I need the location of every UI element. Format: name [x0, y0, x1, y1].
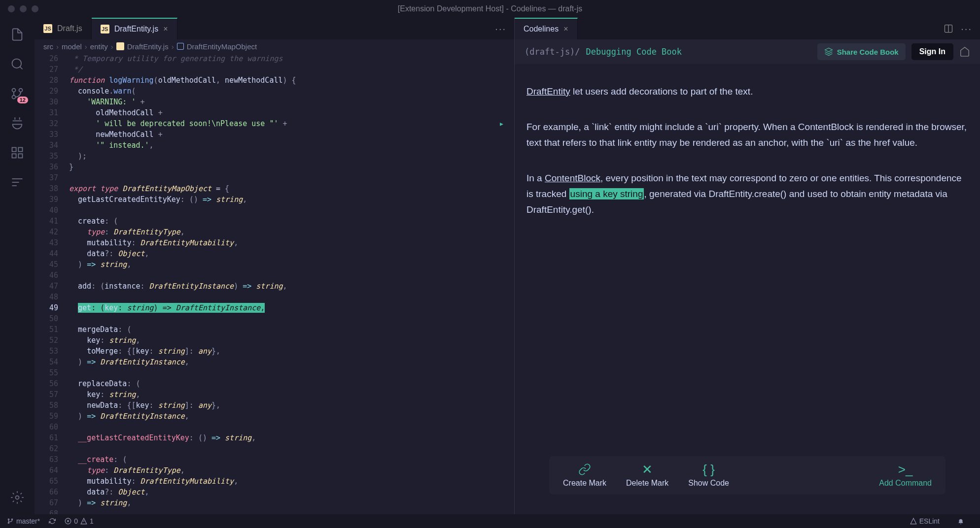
- action-label: Create Mark: [563, 479, 606, 488]
- breadcrumbs[interactable]: src › model › entity › DraftEntity.js › …: [35, 39, 514, 53]
- action-label: Delete Mark: [626, 479, 668, 488]
- bell-icon: [957, 518, 964, 525]
- tab-codelines[interactable]: Codelines ×: [515, 18, 578, 39]
- close-window-icon[interactable]: [8, 5, 15, 12]
- window-title: [Extension Development Host] - Codelines…: [398, 4, 582, 13]
- warning-icon: [910, 518, 917, 525]
- breadcrumb-seg[interactable]: entity: [90, 42, 108, 51]
- statusbar: master* 0 1 ESLint: [0, 514, 980, 528]
- terminal-icon: >_: [899, 463, 912, 476]
- titlebar: [Extension Development Host] - Codelines…: [0, 0, 980, 18]
- status-branch[interactable]: master*: [7, 517, 40, 525]
- action-label: Show Code: [688, 479, 729, 488]
- action-delete-mark[interactable]: ✕ Delete Mark: [626, 463, 668, 488]
- svg-point-10: [8, 519, 9, 520]
- panel-title[interactable]: Debugging Code Book: [586, 47, 682, 57]
- activity-bar: 12: [0, 18, 35, 514]
- cube-icon: [824, 47, 833, 56]
- extensions-icon[interactable]: [9, 145, 25, 161]
- search-icon[interactable]: [9, 56, 25, 72]
- error-icon: [65, 518, 71, 525]
- action-create-mark[interactable]: Create Mark: [563, 463, 606, 488]
- sync-icon: [49, 518, 56, 525]
- doc-text: In a: [526, 173, 545, 183]
- panel-header: (draft-js)/Debugging Code Book Share Cod…: [515, 39, 980, 64]
- braces-icon: { }: [702, 463, 715, 476]
- editor-more-actions[interactable]: ···: [487, 18, 514, 39]
- warning-icon: [80, 518, 87, 525]
- svg-point-0: [12, 59, 22, 68]
- close-icon[interactable]: ×: [563, 25, 568, 33]
- doc-paragraph: For example, a `link` entity might inclu…: [526, 119, 968, 151]
- code-editor[interactable]: 2627282930313233343536373839404142434445…: [35, 53, 514, 514]
- split-icon[interactable]: [944, 24, 953, 33]
- panel-group-right: Codelines × ··· (draft-js)/Debugging Cod…: [515, 18, 980, 514]
- action-show-code[interactable]: { } Show Code: [688, 463, 729, 488]
- editor-group-left: JS Draft.js JS DraftEntity.js × ··· src …: [35, 18, 515, 514]
- panel-content: DraftEntity let users add decorations to…: [515, 64, 980, 514]
- svg-point-12: [8, 522, 9, 523]
- codelines-icon[interactable]: [9, 174, 25, 190]
- traffic-lights: [0, 5, 38, 12]
- line-number-gutter: 2627282930313233343536373839404142434445…: [35, 53, 69, 514]
- tab-draftentity-js[interactable]: JS DraftEntity.js ×: [92, 18, 177, 39]
- doc-link-draftentity[interactable]: DraftEntity: [526, 86, 570, 97]
- close-icon[interactable]: ×: [163, 25, 168, 33]
- status-problems[interactable]: 0 1: [65, 517, 94, 525]
- doc-link-contentblock[interactable]: ContentBlock: [545, 173, 600, 183]
- chevron-right-icon: ›: [111, 42, 113, 51]
- source-control-icon[interactable]: 12: [9, 86, 25, 101]
- status-eslint[interactable]: ESLint: [910, 517, 940, 525]
- breadcrumb-seg[interactable]: src: [43, 42, 53, 51]
- svg-point-2: [12, 96, 16, 99]
- status-bell[interactable]: [957, 518, 964, 525]
- svg-point-1: [19, 89, 23, 92]
- action-label: Add Command: [879, 479, 932, 488]
- doc-paragraph: DraftEntity let users add decorations to…: [526, 84, 968, 99]
- editor-tabbar: JS Draft.js JS DraftEntity.js × ···: [35, 18, 514, 39]
- breadcrumb-seg[interactable]: DraftEntityMapObject: [187, 42, 257, 51]
- tab-label: Draft.js: [57, 24, 82, 33]
- breadcrumb-seg[interactable]: model: [62, 42, 82, 51]
- signin-label: Sign In: [919, 47, 945, 56]
- x-icon: ✕: [641, 463, 654, 476]
- settings-icon[interactable]: [9, 490, 25, 505]
- doc-paragraph: In a ContentBlock, every position in the…: [526, 170, 968, 218]
- share-label: Share Code Book: [837, 48, 899, 56]
- git-branch-icon: [7, 518, 14, 525]
- panel-actions[interactable]: ···: [936, 18, 980, 39]
- main-area: 12 JS Draft.js JS DraftEntity.js × ···: [0, 18, 980, 514]
- code-content[interactable]: * Temporary utility for generating the w…: [69, 53, 514, 514]
- debug-icon[interactable]: [9, 115, 25, 131]
- svg-point-11: [11, 519, 12, 520]
- share-button[interactable]: Share Code Book: [817, 43, 906, 60]
- symbol-icon: [177, 43, 184, 50]
- svg-rect-5: [18, 148, 22, 152]
- svg-point-8: [16, 496, 19, 499]
- action-bar: Create Mark ✕ Delete Mark { } Show Code …: [549, 456, 945, 495]
- maximize-window-icon[interactable]: [32, 5, 38, 12]
- js-file-icon: [116, 42, 124, 50]
- chevron-right-icon: ›: [172, 42, 174, 51]
- tab-draft-js[interactable]: JS Draft.js: [35, 18, 92, 39]
- split-handle-icon[interactable]: ▸: [500, 120, 507, 125]
- scm-badge: 12: [17, 97, 28, 103]
- home-icon[interactable]: [959, 46, 970, 57]
- signin-button[interactable]: Sign In: [911, 43, 953, 60]
- js-file-icon: JS: [43, 24, 52, 33]
- svg-rect-7: [12, 154, 16, 158]
- svg-point-3: [12, 89, 16, 92]
- action-add-command[interactable]: >_ Add Command: [879, 463, 932, 488]
- chevron-right-icon: ›: [56, 42, 59, 51]
- explorer-icon[interactable]: [9, 27, 25, 42]
- status-sync[interactable]: [49, 518, 56, 525]
- panel-path: (draft-js)/: [525, 47, 580, 57]
- breadcrumb-seg[interactable]: DraftEntity.js: [127, 42, 169, 51]
- js-file-icon: JS: [101, 25, 109, 33]
- chevron-right-icon: ›: [85, 42, 87, 51]
- svg-rect-4: [12, 148, 16, 152]
- tab-label: Codelines: [524, 25, 559, 33]
- minimize-window-icon[interactable]: [20, 5, 27, 12]
- doc-text: let users add decorations to part of the…: [570, 86, 753, 97]
- link-icon: [578, 463, 591, 476]
